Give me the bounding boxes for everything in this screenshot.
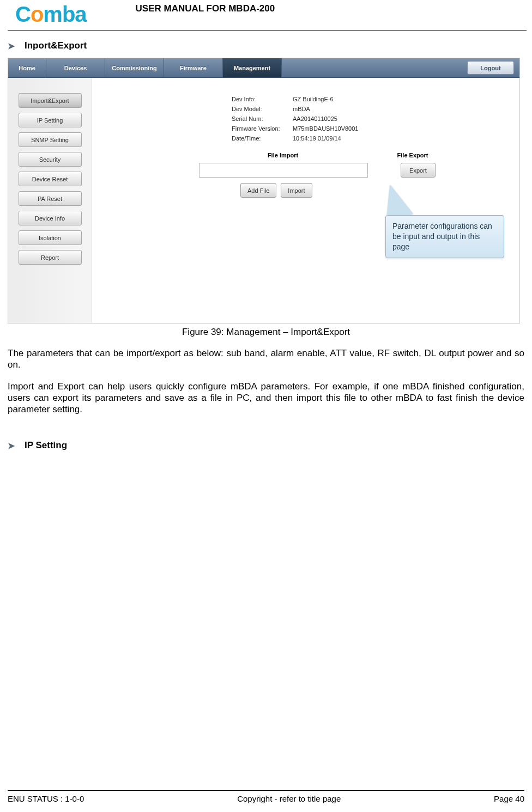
sidebar-item-pa-reset[interactable]: PA Reset — [19, 191, 82, 206]
callout-tooltip: Parameter configurations can be input an… — [385, 215, 504, 258]
serial-num-value: AA20140110025 — [293, 115, 337, 122]
document-title: USER MANUAL FOR MBDA-200 — [87, 2, 527, 14]
add-file-button[interactable]: Add File — [240, 183, 276, 198]
sidebar: Import&Export IP Setting SNMP Setting Se… — [8, 78, 92, 323]
date-time-value: 10:54:19 01/09/14 — [293, 135, 341, 142]
firmware-version-label: Firmware Version: — [232, 125, 293, 132]
footer-page-number: Page 40 — [494, 794, 524, 803]
sidebar-item-security[interactable]: Security — [19, 152, 82, 167]
device-info-block: Dev Info: GZ BuildingE-6 Dev Model: mBDA… — [232, 94, 500, 143]
dev-model-value: mBDA — [293, 106, 310, 112]
section-heading-ip-setting: IP Setting — [25, 440, 67, 451]
dev-info-value: GZ BuildingE-6 — [293, 96, 334, 102]
company-logo: Comba — [15, 2, 87, 27]
chevron-right-icon: ➤ — [8, 441, 15, 451]
section-heading-import-export: Inport&Export — [25, 40, 87, 51]
sidebar-item-report[interactable]: Report — [19, 250, 82, 265]
sidebar-item-snmp-setting[interactable]: SNMP Setting — [19, 132, 82, 147]
footer-copyright: Copyright - refer to title page — [237, 794, 341, 803]
nav-tab-devices[interactable]: Devices — [46, 58, 105, 77]
file-export-heading: File Export — [369, 152, 456, 158]
file-import-heading: File Import — [197, 152, 369, 158]
nav-tab-firmware[interactable]: Firmware — [164, 58, 223, 77]
figure-caption: Figure 39: Management – Import&Export — [0, 323, 532, 347]
dev-model-label: Dev Model: — [232, 106, 293, 112]
page-footer: ENU STATUS : 1-0-0 Copyright - refer to … — [8, 790, 524, 803]
figure-screenshot: Home Devices Commissioning Firmware Mana… — [8, 58, 520, 323]
serial-num-label: Serial Num: — [232, 115, 293, 122]
nav-tab-home[interactable]: Home — [8, 58, 46, 77]
sidebar-item-device-reset[interactable]: Device Reset — [19, 172, 82, 186]
file-path-input[interactable] — [199, 163, 368, 178]
paragraph-parameters: The parameters that can be import/export… — [0, 347, 532, 371]
chevron-right-icon: ➤ — [8, 41, 15, 51]
sidebar-item-device-info[interactable]: Device Info — [19, 211, 82, 225]
sidebar-item-import-export[interactable]: Import&Export — [19, 93, 82, 108]
sidebar-item-isolation[interactable]: Isolation — [19, 230, 82, 245]
main-content: Dev Info: GZ BuildingE-6 Dev Model: mBDA… — [92, 78, 519, 323]
top-nav: Home Devices Commissioning Firmware Mana… — [8, 58, 519, 78]
sidebar-item-ip-setting[interactable]: IP Setting — [19, 113, 82, 127]
import-button[interactable]: Import — [281, 183, 312, 198]
date-time-label: Date/Time: — [232, 135, 293, 142]
nav-tab-management[interactable]: Management — [223, 58, 282, 77]
firmware-version-value: M75mBDAUSH10V8001 — [293, 125, 358, 132]
nav-tab-commissioning[interactable]: Commissioning — [105, 58, 164, 77]
footer-status: ENU STATUS : 1-0-0 — [8, 794, 84, 803]
paragraph-import-export: Import and Export can help users quickly… — [0, 381, 532, 416]
export-button[interactable]: Export — [401, 163, 436, 178]
dev-info-label: Dev Info: — [232, 96, 293, 102]
logout-button[interactable]: Logout — [467, 61, 514, 75]
